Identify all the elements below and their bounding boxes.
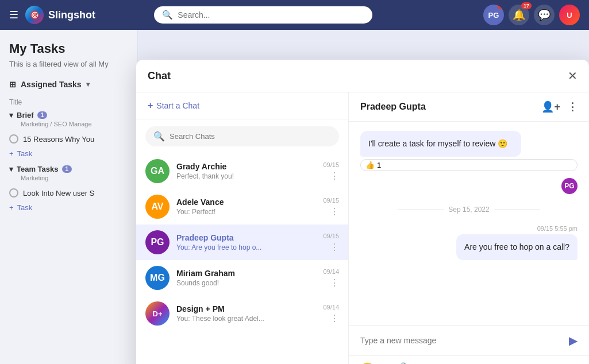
chat-detail-contact-name: Pradeep Gupta	[360, 102, 426, 112]
task-checkbox[interactable]	[9, 188, 18, 198]
more-icon[interactable]: ⋮	[330, 171, 339, 181]
chat-contact-name: Design + PM	[176, 304, 316, 313]
task-group-team: ▾ Team Tasks 1 Marketing Look Into New u…	[9, 165, 128, 212]
chat-avatar-adele: AV	[145, 195, 170, 219]
column-title: Title	[9, 98, 128, 106]
chat-avatar-pradeep: PG	[145, 230, 170, 254]
thumbs-up-emoji: 👍	[365, 161, 375, 169]
chat-nav-btn[interactable]: 💬	[534, 5, 555, 25]
chat-input-area: ▶	[349, 325, 589, 355]
close-button[interactable]: ✕	[568, 69, 578, 83]
emoji-icon[interactable]: 🙂	[360, 362, 375, 364]
chat-preview: You: Are you free to hop o...	[176, 243, 316, 251]
more-icon[interactable]: ⋮	[330, 242, 339, 253]
more-icon[interactable]: ⋮	[330, 206, 339, 217]
task-group-brief-header[interactable]: ▾ Brief 1	[9, 111, 128, 119]
add-task-label: Task	[17, 149, 33, 158]
chat-item-pradeep[interactable]: PG Pradeep Gupta You: Are you free to ho…	[136, 224, 348, 260]
group-subtitle: Marketing / SEO Manage	[21, 121, 128, 127]
more-icon[interactable]: ⋮	[330, 313, 339, 324]
chat-avatar-miriam: MG	[145, 266, 170, 290]
user-avatar[interactable]: U	[559, 5, 580, 25]
avatar-initials: PG	[488, 11, 499, 20]
notifications-btn[interactable]: 🔔 17	[509, 5, 529, 25]
global-search[interactable]: 🔍	[154, 6, 372, 24]
search-icon: 🔍	[153, 131, 165, 142]
msg-bubble-outgoing: Are you free to hop on a call?	[456, 234, 578, 260]
app-logo: 🎯 Slingshot	[25, 6, 95, 24]
chat-item-info: Miriam Graham Sounds good!	[176, 269, 316, 287]
date-divider: Sep 15, 2022	[360, 206, 578, 214]
chevron-down-icon: ▾	[9, 165, 13, 173]
chat-date: 09/15	[323, 161, 339, 168]
sidebar-subtitle: This is a filtered view of all My	[9, 60, 128, 68]
chat-item-meta: 09/15 ⋮	[323, 161, 339, 181]
send-button[interactable]: ▶	[569, 334, 578, 347]
add-task-button-team[interactable]: + Task	[9, 203, 128, 212]
chat-date: 09/14	[323, 268, 339, 275]
plus-icon: +	[9, 149, 14, 158]
add-user-icon[interactable]: 👤+	[541, 100, 560, 113]
chat-item-design-pm[interactable]: D+ Design + PM You: These look great Ade…	[136, 296, 348, 331]
plus-icon: +	[148, 100, 153, 111]
add-task-button-brief[interactable]: + Task	[9, 149, 128, 158]
chat-contact-name: Grady Archie	[176, 162, 316, 171]
chat-modal-title: Chat	[148, 70, 171, 82]
start-chat-label: Start a Chat	[156, 101, 199, 110]
message-input[interactable]	[360, 336, 562, 345]
attachment-icon[interactable]: 📎	[400, 362, 414, 364]
chat-item-info: Grady Archie Perfect, thank you!	[176, 162, 316, 180]
start-chat-button[interactable]: + Start a Chat	[136, 92, 348, 119]
app-name: Slingshot	[48, 9, 95, 21]
task-group-brief: ▾ Brief 1 Marketing / SEO Manage 15 Reas…	[9, 111, 128, 158]
chat-list: GA Grady Archie Perfect, thank you! 09/1…	[136, 153, 348, 364]
sidebar: My Tasks This is a filtered view of all …	[0, 30, 138, 364]
chat-icon: 💬	[538, 9, 550, 21]
message-time: 09/15 5:55 pm	[537, 225, 578, 232]
chat-detail-actions: 👤+ ⋮	[541, 100, 578, 113]
chat-modal-header: Chat ✕	[136, 60, 589, 92]
group-count: 1	[37, 111, 48, 119]
chat-search-bar[interactable]: 🔍	[145, 126, 339, 146]
assigned-tasks-section[interactable]: ⊞ Assigned Tasks ▾	[9, 80, 128, 89]
message-incoming: I'll create a task for myself to review …	[360, 131, 578, 171]
chat-search-input[interactable]	[170, 132, 331, 141]
chat-detail-panel: Pradeep Gupta 👤+ ⋮ I'll create a task fo…	[349, 92, 589, 364]
chat-avatar-design-pm: D+	[145, 301, 170, 326]
search-icon: 🔍	[162, 10, 173, 20]
msg-bubble-incoming: I'll create a task for myself to review …	[360, 131, 521, 157]
more-options-icon[interactable]: ⋮	[567, 100, 578, 113]
filter-icon: ⊞	[9, 80, 16, 89]
chat-item-miriam[interactable]: MG Miriam Graham Sounds good! 09/14 ⋮	[136, 260, 348, 296]
chat-date: 09/15	[323, 197, 339, 204]
bell-icon: 🔔	[513, 9, 525, 21]
chat-list-panel: + Start a Chat 🔍 GA Grady Archie Perfect…	[136, 92, 349, 364]
avatar-nav-btn[interactable]: PG 7	[483, 5, 504, 25]
chat-item-info: Design + PM You: These look great Adel..…	[176, 304, 316, 323]
chat-preview: You: Perfect!	[176, 208, 316, 216]
message-outgoing: 09/15 5:55 pm Are you free to hop on a c…	[360, 225, 578, 260]
chat-item-info: Pradeep Gupta You: Are you free to hop o…	[176, 233, 316, 251]
chat-modal-body: + Start a Chat 🔍 GA Grady Archie Perfect…	[136, 92, 589, 364]
chevron-down-icon: ▾	[86, 80, 90, 88]
sender-avatar-row: PG	[360, 178, 578, 194]
chat-item-meta: 09/14 ⋮	[323, 268, 339, 288]
group-subtitle: Marketing	[21, 175, 128, 181]
tasks-badge: 7	[497, 5, 504, 9]
logo-icon: 🎯	[25, 6, 44, 24]
hamburger-icon[interactable]: ☰	[9, 9, 18, 21]
msg-reaction[interactable]: 👍 1	[360, 159, 578, 171]
task-title: 15 Reasons Why You	[23, 135, 94, 144]
chat-contact-name: Miriam Graham	[176, 269, 316, 278]
task-checkbox[interactable]	[9, 134, 18, 144]
chat-date: 09/15	[323, 233, 339, 239]
chat-item-meta: 09/14 ⋮	[323, 304, 339, 324]
chat-item-adele[interactable]: AV Adele Vance You: Perfect! 09/15 ⋮	[136, 189, 348, 224]
page-title: My Tasks	[9, 41, 128, 56]
search-input[interactable]	[178, 10, 364, 20]
section-label: Assigned Tasks	[21, 80, 82, 89]
chat-messages-list: I'll create a task for myself to review …	[349, 122, 589, 325]
more-icon[interactable]: ⋮	[330, 277, 339, 288]
chat-item-grady[interactable]: GA Grady Archie Perfect, thank you! 09/1…	[136, 153, 348, 189]
task-group-team-header[interactable]: ▾ Team Tasks 1	[9, 165, 128, 173]
